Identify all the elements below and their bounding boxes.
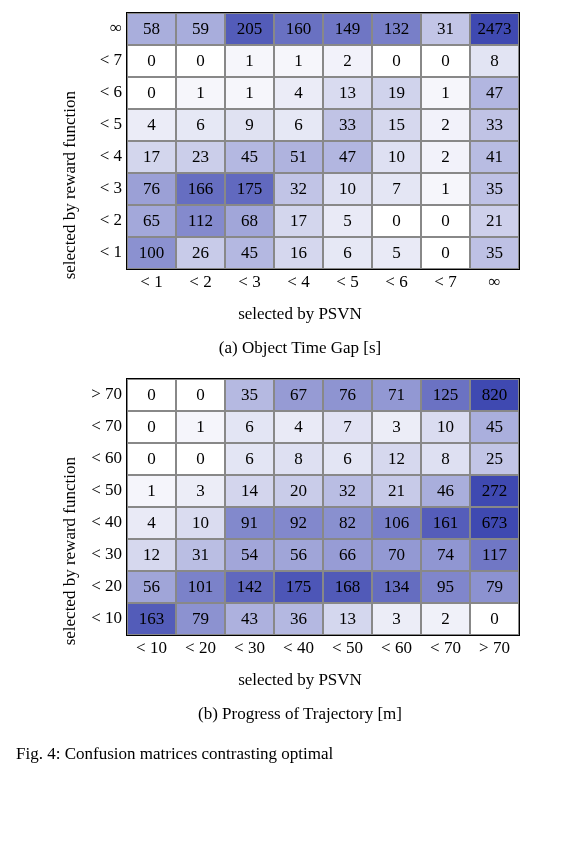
x-tick-label: < 40 [274,636,323,658]
heatmap-cell: 79 [176,603,225,635]
heatmap-cell: 0 [421,45,470,77]
heatmap-cell: 47 [323,141,372,173]
heatmap-cell: 4 [127,109,176,141]
heatmap-cell: 21 [372,475,421,507]
heatmap-cell: 5 [323,205,372,237]
x-tick-label: < 3 [225,270,274,292]
heatmap-cell: 66 [323,539,372,571]
x-axis-label: selected by PSVN [238,670,362,690]
heatmap-cell: 160 [274,13,323,45]
heatmap-cell: 56 [127,571,176,603]
heatmap-cell: 142 [225,571,274,603]
heatmap-cell: 125 [421,379,470,411]
heatmap-cell: 6 [274,109,323,141]
heatmap-cell: 6 [323,443,372,475]
heatmap-cell: 14 [225,475,274,507]
heatmap-cell: 10 [421,411,470,443]
x-tick-label: < 5 [323,270,372,292]
heatmap-cell: 2 [421,141,470,173]
heatmap-cell: 673 [470,507,519,539]
heatmap-cell: 8 [470,45,519,77]
heatmap-cell: 7 [323,411,372,443]
heatmap-cell: 166 [176,173,225,205]
heatmap-cell: 820 [470,379,519,411]
x-tick-label: > 70 [470,636,519,658]
heatmap-grid: 5859205160149132312473001120080114131914… [126,12,520,270]
figure-caption: Fig. 4: Confusion matrices contrasting o… [6,744,570,764]
heatmap-cell: 6 [225,443,274,475]
x-tick-label: < 70 [421,636,470,658]
x-axis-label: selected by PSVN [238,304,362,324]
heatmap-cell: 4 [274,411,323,443]
heatmap-cell: 1 [225,77,274,109]
heatmap-cell: 17 [274,205,323,237]
y-tick-label: > 70 [80,378,126,410]
heatmap-cell: 41 [470,141,519,173]
heatmap-cell: 2 [323,45,372,77]
heatmap-cell: 95 [421,571,470,603]
x-tick-label: ∞ [470,270,519,292]
heatmap-cell: 1 [421,173,470,205]
heatmap-cell: 33 [323,109,372,141]
heatmap-cell: 46 [421,475,470,507]
heatmap-cell: 16 [274,237,323,269]
heatmap-cell: 101 [176,571,225,603]
heatmap-cell: 7 [372,173,421,205]
heatmap-cell: 8 [421,443,470,475]
heatmap-cell: 76 [323,379,372,411]
heatmap-cell: 10 [176,507,225,539]
heatmap-cell: 149 [323,13,372,45]
heatmap-cell: 3 [372,603,421,635]
heatmap-cell: 23 [176,141,225,173]
heatmap-cell: 0 [421,205,470,237]
x-tick-label: < 4 [274,270,323,292]
heatmap-cell: 9 [225,109,274,141]
heatmap-cell: 0 [470,603,519,635]
heatmap-cell: 21 [470,205,519,237]
heatmap-cell: 32 [274,173,323,205]
y-tick-label: < 50 [80,474,126,506]
heatmap-cell: 45 [225,237,274,269]
y-tick-label: < 60 [80,442,126,474]
y-axis-label: selected by reward function [56,91,80,279]
heatmap-cell: 1 [421,77,470,109]
heatmap-cell: 1 [176,411,225,443]
heatmap-cell: 117 [470,539,519,571]
y-tick-label: < 5 [80,108,126,140]
x-tick-label: < 6 [372,270,421,292]
heatmap-cell: 10 [323,173,372,205]
heatmap-cell: 100 [127,237,176,269]
y-tick-label: < 4 [80,140,126,172]
heatmap-cell: 47 [470,77,519,109]
x-tick-label: < 60 [372,636,421,658]
heatmap-cell: 3 [176,475,225,507]
heatmap-cell: 12 [372,443,421,475]
heatmap-cell: 1 [127,475,176,507]
heatmap-cell: 82 [323,507,372,539]
heatmap-cell: 4 [274,77,323,109]
heatmap-cell: 0 [372,45,421,77]
heatmap-cell: 6 [176,109,225,141]
heatmap-cell: 163 [127,603,176,635]
x-tick-label: < 1 [127,270,176,292]
heatmap-cell: 51 [274,141,323,173]
heatmap-cell: 56 [274,539,323,571]
heatmap-cell: 91 [225,507,274,539]
y-tick-label: < 1 [80,236,126,268]
heatmap-cell: 74 [421,539,470,571]
heatmap-cell: 0 [127,45,176,77]
heatmap-cell: 5 [372,237,421,269]
heatmap-cell: 36 [274,603,323,635]
y-tick-label: < 10 [80,602,126,634]
heatmap-cell: 12 [127,539,176,571]
heatmap-cell: 112 [176,205,225,237]
heatmap-cell: 106 [372,507,421,539]
heatmap-cell: 76 [127,173,176,205]
heatmap-cell: 65 [127,205,176,237]
heatmap-cell: 0 [176,443,225,475]
x-tick-label: < 20 [176,636,225,658]
heatmap-cell: 70 [372,539,421,571]
heatmap-cell: 0 [176,45,225,77]
y-tick-label: < 70 [80,410,126,442]
heatmap-cell: 26 [176,237,225,269]
